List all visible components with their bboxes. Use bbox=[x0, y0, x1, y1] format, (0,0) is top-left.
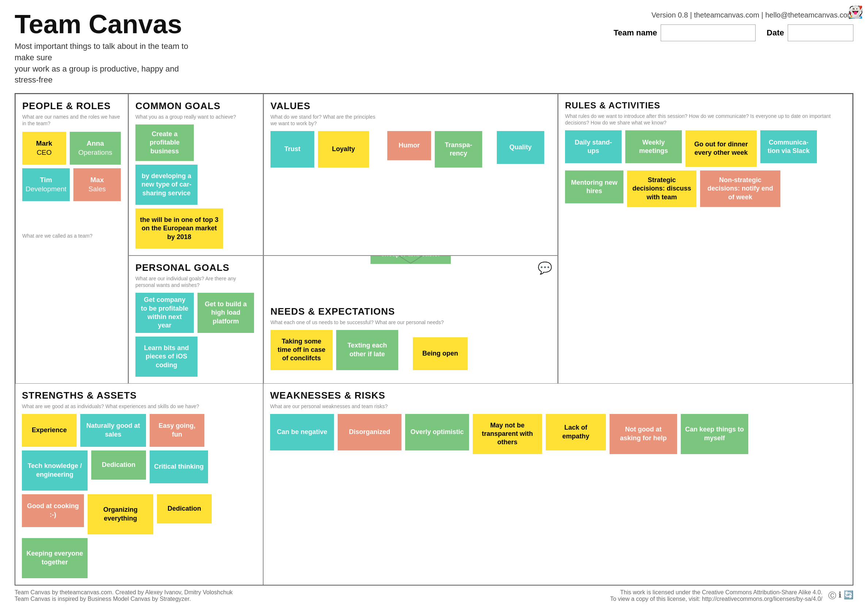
note-experience: Experience bbox=[22, 414, 77, 447]
footer-right-text: This work is licensed under the Creative… bbox=[610, 589, 822, 602]
note-critical: Critical thinking bbox=[150, 450, 208, 483]
team-name-group: Team name bbox=[614, 25, 756, 41]
note-daily-standups: Daily stand-ups bbox=[565, 130, 622, 163]
rules-header: RULES & ACTIVITIES What rules do we want… bbox=[565, 101, 846, 126]
needs-section: PURPOSE Make people more connected by ma… bbox=[264, 256, 558, 384]
goals-header: COMMON GOALS What you as a group really … bbox=[135, 101, 256, 120]
note-being-open: Being open bbox=[413, 337, 468, 370]
bottom-row: STRENGTHS & ASSETS What are we good at a… bbox=[16, 384, 852, 585]
team-name-prompt: What are we called as a team? bbox=[22, 233, 121, 239]
goals-section: COMMON GOALS What you as a group really … bbox=[129, 94, 264, 256]
values-header: VALUES What do we stand for? What are th… bbox=[270, 101, 551, 127]
needs-header: NEEDS & EXPECTATIONS What each one of us… bbox=[270, 306, 551, 326]
personal-goals-header: PERSONAL GOALS What are our individual g… bbox=[135, 262, 256, 288]
footer-right: This work is licensed under the Creative… bbox=[610, 589, 853, 602]
note-cooking: Good at cooking :-) bbox=[22, 494, 84, 527]
app-subtitle: Most important things to talk about in t… bbox=[15, 41, 197, 86]
date-group: Date bbox=[767, 25, 853, 41]
note-slack: Communica-tion via Slack bbox=[760, 130, 817, 163]
personal-goals-section: PERSONAL GOALS What are our individual g… bbox=[129, 256, 264, 384]
note-texting: Texting each other if late bbox=[336, 330, 398, 370]
person-mark: MarkCEO bbox=[22, 132, 66, 164]
page: Team Canvas Most important things to tal… bbox=[0, 0, 868, 614]
version-info: Version 0.8 | theteamcanvas.com | hello@… bbox=[651, 11, 853, 19]
info-icon: ℹ bbox=[839, 590, 842, 601]
header-right: Version 0.8 | theteamcanvas.com | hello@… bbox=[614, 11, 853, 41]
date-label: Date bbox=[767, 28, 784, 37]
header: Team Canvas Most important things to tal… bbox=[15, 11, 853, 86]
share-icon: 🔄 bbox=[843, 590, 853, 601]
main-grid: PEOPLE & ROLES What are our names and th… bbox=[16, 94, 852, 384]
note-ios: Learn bits and pieces of iOS coding bbox=[135, 336, 197, 377]
note-strategic: Strategic decisions: discuss with team bbox=[627, 171, 696, 207]
note-organizing: Organizing everything bbox=[88, 494, 153, 535]
needs-icon: 💬 bbox=[538, 261, 552, 275]
strengths-notes: Experience Naturally good at sales Easy … bbox=[22, 414, 256, 578]
header-left: Team Canvas Most important things to tal… bbox=[15, 11, 197, 86]
rules-notes: Daily stand-ups Weekly meetings Go out f… bbox=[565, 130, 846, 207]
note-nonstrategic: Non-strategic decisions: notify end of w… bbox=[700, 171, 780, 207]
header-fields: Team name Date bbox=[614, 25, 853, 41]
purpose-overlay: PURPOSE Make people more connected by ma… bbox=[370, 256, 451, 264]
note-dedication2: Dedication bbox=[157, 494, 212, 524]
note-profitable-business: Create a profitable business bbox=[135, 124, 194, 161]
note-tech: Tech knowledge / engineering bbox=[22, 450, 88, 491]
note-mentoring: Mentoring new hires bbox=[565, 171, 623, 203]
person-anna: AnnaOperations bbox=[70, 132, 121, 164]
note-keeping-together: Keeping everyone together bbox=[22, 538, 88, 578]
person-tim: TimDevelopment bbox=[22, 168, 70, 201]
weaknesses-header: WEAKNESSES & RISKS What are our personal… bbox=[270, 390, 846, 409]
note-weekly-meetings: Weekly meetings bbox=[625, 130, 682, 163]
personal-notes: Get company to be profitable within next… bbox=[135, 293, 256, 377]
section-header: PEOPLE & ROLES What are our names and th… bbox=[22, 101, 121, 127]
note-empathy: Lack of empathy bbox=[546, 414, 606, 450]
note-easygoing: Easy going, fun bbox=[150, 414, 205, 447]
app-title: Team Canvas bbox=[15, 11, 197, 37]
note-quality: Quality bbox=[497, 131, 544, 164]
people-section: PEOPLE & ROLES What are our names and th… bbox=[16, 94, 129, 384]
weaknesses-icon: 👻 bbox=[848, 5, 863, 19]
canvas: PEOPLE & ROLES What are our names and th… bbox=[15, 93, 853, 586]
note-carsharing: by developing a new type of car-sharing … bbox=[135, 164, 197, 205]
weaknesses-notes: Can be negative Disorganized Overly opti… bbox=[270, 414, 846, 454]
note-profitable-year: Get company to be profitable within next… bbox=[135, 293, 194, 333]
note-asking-help: Not good at asking for help bbox=[609, 414, 677, 454]
strengths-section: STRENGTHS & ASSETS What are we good at a… bbox=[16, 384, 264, 585]
note-transparent: May not be transparent with others bbox=[473, 414, 542, 454]
date-input[interactable] bbox=[788, 25, 853, 41]
people-grid: MarkCEO AnnaOperations TimDevelopment Ma… bbox=[22, 132, 121, 201]
weaknesses-section: WEAKNESSES & RISKS What are our personal… bbox=[264, 384, 852, 585]
note-humor: Humor bbox=[387, 131, 431, 160]
note-time-off: Taking some time off in case of conclifc… bbox=[270, 330, 333, 370]
note-highload: Get to build a high load platform bbox=[197, 293, 254, 333]
rules-section: RULES & ACTIVITIES What rules do we want… bbox=[558, 94, 852, 384]
note-dinner: Go out for dinner every other week bbox=[685, 130, 757, 167]
note-negative: Can be negative bbox=[270, 414, 334, 450]
person-max: MaxSales bbox=[73, 168, 121, 201]
note-transparency: Transpa-rency bbox=[435, 131, 482, 167]
section-title-people: PEOPLE & ROLES What are our names and th… bbox=[22, 101, 121, 127]
note-loyalty: Loyalty bbox=[318, 131, 369, 167]
purpose-heart-svg bbox=[349, 256, 473, 278]
footer-left: Team Canvas by theteamcanvas.com. Create… bbox=[15, 589, 232, 602]
values-section: VALUES What do we stand for? What are th… bbox=[264, 94, 558, 256]
footer-icons: Ⓒ ℹ 🔄 bbox=[828, 590, 853, 601]
footer: Team Canvas by theteamcanvas.com. Create… bbox=[15, 589, 853, 602]
note-trust: Trust bbox=[270, 131, 314, 167]
note-dedication1: Dedication bbox=[91, 450, 146, 480]
cc-icon: Ⓒ bbox=[828, 590, 836, 601]
strengths-header: STRENGTHS & ASSETS What are we good at a… bbox=[22, 390, 256, 409]
note-optimistic: Overly optimistic bbox=[405, 414, 469, 450]
note-top3: the will be in one of top 3 on the Europ… bbox=[135, 208, 223, 249]
note-keep-things: Can keep things to myself bbox=[681, 414, 748, 454]
note-disorganized: Disorganized bbox=[338, 414, 401, 450]
goals-notes: Create a profitable business by developi… bbox=[135, 124, 256, 249]
team-name-input[interactable] bbox=[661, 25, 756, 41]
values-notes: Trust Loyalty Humor Transpa-rency Qualit… bbox=[270, 131, 551, 167]
team-name-label: Team name bbox=[614, 28, 657, 37]
note-sales: Naturally good at sales bbox=[80, 414, 146, 447]
needs-notes: Taking some time off in case of conclifc… bbox=[270, 330, 551, 370]
